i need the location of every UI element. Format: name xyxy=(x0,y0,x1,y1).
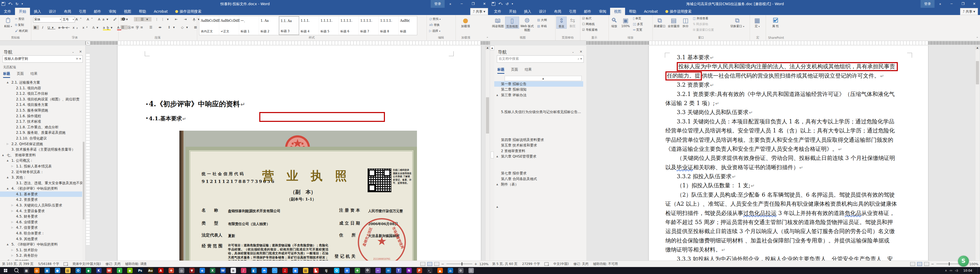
nav-heading-item[interactable]: ▲3. 其他： xyxy=(0,175,82,180)
taskbar-app-edge[interactable]: e xyxy=(197,267,207,274)
nav-heading-item[interactable]: 2.1.5. 服务保障措施 xyxy=(0,108,82,113)
scroll-thumb[interactable] xyxy=(486,97,489,134)
nav-tab-结果[interactable]: 结果 xyxy=(30,72,38,78)
clear-search-icon[interactable]: ✕ ▾ xyxy=(76,56,81,62)
read-mode-icon[interactable] xyxy=(910,262,915,266)
taskbar-app-wps[interactable]: W xyxy=(104,267,114,274)
doc-text-line[interactable]: （关键岗位人员要求提供有效身份证、劳动合同、投标截止日前连续 3 个月社保缴纳证… xyxy=(665,153,924,162)
ribbon-display-options-icon[interactable]: ⌅ xyxy=(445,0,456,8)
nav-heading-item[interactable]: 2.1.10. 合理化建议 xyxy=(0,135,82,141)
ribbon-tab-Acrobat[interactable]: Acrobat xyxy=(640,8,662,15)
nav-heading-item[interactable]: 2.1.7. 技术标准 xyxy=(0,119,82,124)
page-indicator[interactable]: 第 103 页, 共 399 页 xyxy=(2,262,33,266)
outline-view-button[interactable]: ▤大纲 xyxy=(537,18,547,22)
nav-heading-item[interactable]: ▲第三章 评标办法 xyxy=(494,92,583,98)
nav-heading-item[interactable]: ▲5. 《详细评审》中响应的资料 xyxy=(0,242,82,247)
scroll-up-arrow[interactable]: ▲ xyxy=(490,46,494,50)
style-item-表内正文[interactable]: AaBbCcDdE表内正文 xyxy=(199,16,219,35)
taskbar-app-onenote[interactable]: N xyxy=(404,267,414,274)
ruler-tab-selector[interactable]: L xyxy=(86,41,90,45)
taskbar-clock[interactable]: 10:04 xyxy=(961,269,975,272)
taskbar-app-calculator[interactable]: ▦ xyxy=(21,267,32,274)
zoom-100-button[interactable]: ▣100% xyxy=(620,17,631,28)
style-item-标题 4[interactable]: 1.1.1.标题 4 xyxy=(299,16,319,35)
doc-text-line[interactable]: 3.3 关键岗位人员和队伍要求↵ xyxy=(665,108,924,117)
collapse-icon[interactable]: ▲ xyxy=(2,152,4,158)
taskbar-app-word[interactable]: W xyxy=(218,267,228,274)
right-doc-scrollbar[interactable]: ▲ xyxy=(975,46,980,261)
nav-heading-item[interactable]: ▲附件（表） xyxy=(494,182,583,187)
format-painter-button[interactable]: 🖌︎格式刷 xyxy=(15,29,28,33)
ribbon-tab-布局[interactable]: 布局 xyxy=(60,8,75,15)
ribbon-tab-引用[interactable]: 引用 xyxy=(565,8,580,15)
font-size-combobox[interactable]: 五号▾ xyxy=(62,17,75,22)
taskbar-app-store[interactable]: ⌂ xyxy=(445,267,455,274)
proofing-icon[interactable] xyxy=(544,262,549,266)
nav-heading-item[interactable]: 第七章 报价要求 xyxy=(494,170,583,176)
multi-page-button[interactable]: ▯▯多页 xyxy=(633,22,643,26)
web-layout-button[interactable]: 🌐︎Web 版式视图 xyxy=(519,17,535,32)
nav-pane-dropdown-icon[interactable]: ⌄ xyxy=(72,50,74,54)
minimize-button[interactable]: ─ xyxy=(946,0,957,8)
collapse-icon[interactable]: ▲ xyxy=(496,92,498,98)
nav-heading-item[interactable]: 4.5. 财务要求 xyxy=(0,214,82,220)
right-horizontal-ruler[interactable] xyxy=(586,40,980,46)
style-item-标题 8[interactable]: 1.1.1.1.标题 8 xyxy=(379,16,399,35)
zoom-button[interactable]: 🔍︎缩放 xyxy=(609,17,619,28)
taskbar-app-acrobat[interactable]: A xyxy=(156,267,166,274)
gridlines-checkbox[interactable]: ☐ 网格线 xyxy=(582,22,595,26)
nav-heading-item[interactable]: ▷1.1. 投标人基本情况表 xyxy=(0,164,82,169)
new-window-button[interactable]: ⧉新建窗口 xyxy=(653,17,667,28)
style-item-标题 1[interactable]: 一、标题 1 xyxy=(239,16,259,35)
taskbar-app-qq[interactable]: Q xyxy=(331,267,342,274)
scroll-thumb[interactable] xyxy=(976,61,979,84)
tray-expand-icon[interactable]: ∧ xyxy=(945,269,947,272)
taskbar-app-notepad[interactable]: ≡ xyxy=(228,267,239,274)
nav-tab-页面[interactable]: 页面 xyxy=(17,72,24,78)
ribbon-tab-邮件[interactable]: 邮件 xyxy=(580,8,595,15)
nav-tab-标题[interactable]: 标题 xyxy=(3,72,10,78)
word-count[interactable]: 5/56188 个字 xyxy=(38,262,59,266)
scroll-up-arrow[interactable]: ▲ xyxy=(485,46,490,50)
taskbar-app-browser-2345[interactable]: ⊕ xyxy=(342,267,352,274)
nav-heading-item[interactable]: ▷4.7. 信誉要求 xyxy=(0,225,82,231)
word-count[interactable]: 27299 个字 xyxy=(522,262,540,266)
taskbar-app-dingtalk[interactable]: ◓ xyxy=(259,267,269,274)
ribbon-tab-插入[interactable]: 插入 xyxy=(520,8,535,15)
nav-heading-item[interactable]: 3. 技术服务承诺（主要说明服务质量等） xyxy=(0,147,82,152)
paste-button[interactable]: 📋︎ 粘贴 ▾ xyxy=(0,17,16,28)
ribbon-tab-布局[interactable]: 布局 xyxy=(550,8,565,15)
nav-heading-item[interactable]: ▲第六章 QHSE管理要求 xyxy=(494,154,583,159)
doc-text-line[interactable]: 纳的社会保险缴费明细证明材料 、加盖社会保障部门业务专用章）。并提供运输保险单据… xyxy=(665,236,924,245)
ribbon-tab-审阅[interactable]: 审阅 xyxy=(595,8,610,15)
ribbon-tab-设计[interactable]: 设计 xyxy=(535,8,550,15)
collapse-icon[interactable]: ▲ xyxy=(496,204,498,210)
taskbar-app-nvidia[interactable]: ◉ xyxy=(125,267,135,274)
draft-view-button[interactable]: ▤草稿 xyxy=(537,24,547,28)
tray-network-icon[interactable]: ▭ xyxy=(950,269,952,272)
taskbar-app-terminal[interactable]: ›_ xyxy=(425,267,435,274)
taskbar-app-cloud-drive[interactable]: ◠ xyxy=(269,267,280,274)
print-layout-button[interactable]: ▯页面视图 xyxy=(505,17,519,29)
doc-text-line[interactable]: 年龄不超过 55 周岁；押运员需持有交通主管部门核发的道路危险货物押运员证。驾驶… xyxy=(665,218,924,227)
zoom-level[interactable]: 120% xyxy=(479,262,488,266)
doc-text-line[interactable]: 3.1 基本要求↵ xyxy=(665,53,924,62)
ribbon-tab-帮助[interactable]: 帮助 xyxy=(625,8,640,15)
nav-pane-close-icon[interactable]: ✕ xyxy=(79,50,82,54)
taskbar-app-security[interactable]: ✚ xyxy=(352,267,363,274)
taskbar-app-teams[interactable]: T xyxy=(393,267,404,274)
doc-heading-2[interactable]: ▪4.1.基本要求↵ xyxy=(146,115,186,122)
collapse-icon[interactable]: ▲ xyxy=(7,186,8,191)
scroll-thumb[interactable] xyxy=(491,151,494,158)
collapse-icon[interactable]: ▲ xyxy=(496,154,498,159)
taskbar-app-ide-dark[interactable]: IJ xyxy=(321,267,331,274)
right-document-page[interactable]: 3.1 基本要求↵投标人应为中华人民共和国境内注册的法人、法人分支机构或其他组织… xyxy=(649,46,928,261)
business-license-image[interactable]: 统一社会信用代码 912111217887739056 营 业 执 照 （副 本… xyxy=(180,131,417,261)
expand-icon[interactable]: ▷ xyxy=(7,141,8,147)
expand-icon[interactable]: ▷ xyxy=(11,247,13,253)
nav-heading-item[interactable]: ▲1. 公司概况： xyxy=(0,158,82,164)
doc-text-line[interactable]: 运员提供至投标截止日前连续 3 个月以响应人（或与响应人签订服务合同的劳务公司）… xyxy=(665,227,924,236)
one-page-button[interactable]: ▯单页 xyxy=(633,17,641,21)
doc-text-line[interactable]: 经营单位管理人员培训考核。安全管理人员 1 名（含）以上；具有大专以上学历；通过… xyxy=(665,126,924,135)
tray-volume-icon[interactable]: ◁) xyxy=(955,269,958,272)
